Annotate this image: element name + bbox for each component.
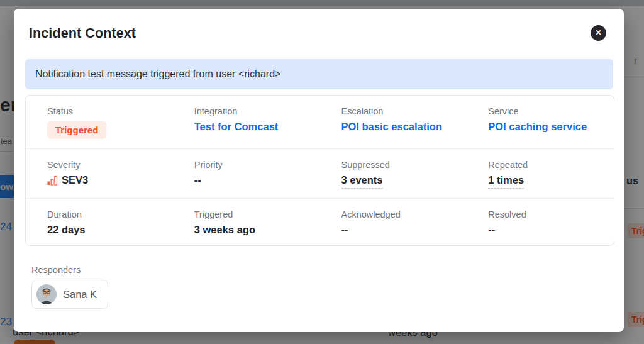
field-severity-label: Severity [47,160,173,170]
field-resolved-label: Resolved [488,209,614,219]
field-duration-label: Duration [47,209,173,219]
fields-row: StatusTriggeredIntegrationTest for Comca… [26,96,614,148]
field-acknowledged-value: -- [341,224,467,236]
incident-context-modal: Incident Context ✕ Notification test mes… [14,9,624,332]
severity-text: SEV3 [62,174,88,186]
field-escalation-label: Escalation [341,106,467,116]
incident-fields-card: StatusTriggeredIntegrationTest for Comca… [25,95,614,246]
close-icon: ✕ [595,28,601,37]
avatar [36,284,57,304]
field-suppressed: Suppressed3 events [320,160,467,189]
responders-label: Responders [31,265,624,275]
field-resolved-value: -- [488,224,614,236]
field-service: ServicePOI caching service [467,106,614,139]
field-service-label: Service [488,106,614,116]
fields-row: Duration22 daysTriggered3 weeks agoAckno… [26,198,614,245]
severity-bars-icon [47,175,58,186]
field-integration-link[interactable]: Test for Comcast [194,121,279,132]
field-status-label: Status [47,106,173,116]
field-repeated-value[interactable]: 1 times [488,174,524,189]
field-priority: Priority-- [173,160,320,189]
field-repeated-label: Repeated [488,160,614,170]
field-escalation-link[interactable]: POI basic escalation [341,121,443,132]
field-repeated: Repeated1 times [467,160,614,189]
field-triggered-label: Triggered [194,209,320,219]
field-duration-value: 22 days [47,224,173,236]
responders-section: Responders Sana K [31,265,624,309]
field-service-link[interactable]: POI caching service [488,121,587,132]
field-integration-label: Integration [194,106,320,116]
modal-header: Incident Context ✕ [14,9,624,42]
responder-chip[interactable]: Sana K [31,280,108,309]
field-escalation: EscalationPOI basic escalation [320,106,467,139]
field-priority-value: -- [194,174,320,186]
field-duration: Duration22 days [26,209,173,236]
status-badge: Triggered [47,121,106,139]
field-priority-label: Priority [194,160,320,170]
field-triggered-value: 3 weeks ago [194,224,320,236]
field-suppressed-label: Suppressed [341,160,467,170]
field-severity: SeveritySEV3 [26,160,173,189]
close-button[interactable]: ✕ [591,25,606,41]
severity-value: SEV3 [47,174,173,186]
notification-banner-text: Notification test message triggered from… [35,69,280,80]
field-resolved: Resolved-- [467,209,614,236]
field-triggered: Triggered3 weeks ago [173,209,320,236]
field-integration: IntegrationTest for Comcast [173,106,320,139]
fields-row: SeveritySEV3Priority--Suppressed3 events… [26,148,614,198]
responder-name: Sana K [63,289,97,301]
field-suppressed-value[interactable]: 3 events [341,174,383,189]
notification-banner: Notification test message triggered from… [25,59,613,89]
field-acknowledged-label: Acknowledged [341,209,467,219]
field-acknowledged: Acknowledged-- [320,209,467,236]
field-status: StatusTriggered [26,106,173,139]
modal-title: Incident Context [29,26,605,42]
